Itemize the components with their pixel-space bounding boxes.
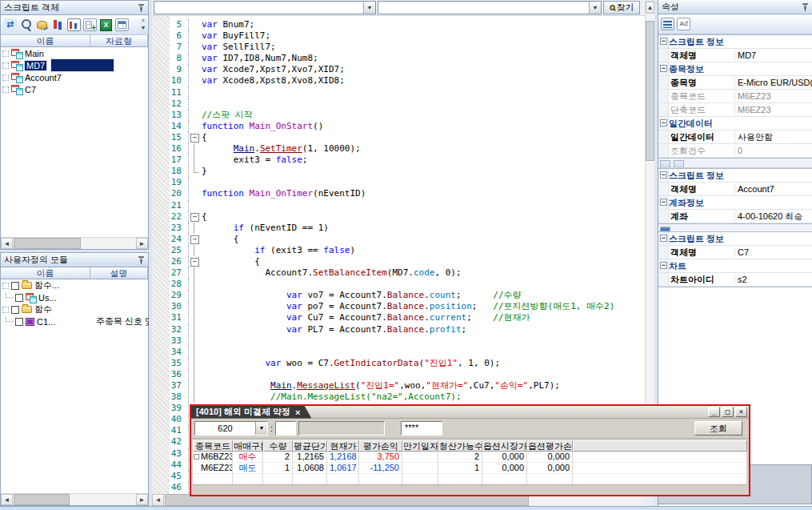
- module-item[interactable]: 함수...: [1, 279, 148, 291]
- expander-icon[interactable]: [2, 50, 9, 57]
- candle-chart-icon[interactable]: [51, 18, 65, 31]
- sort-az-icon[interactable]: [674, 160, 684, 168]
- chart-window-icon[interactable]: [67, 18, 81, 31]
- code-line[interactable]: 24 {: [152, 234, 645, 245]
- horizontal-splitter[interactable]: [0, 250, 149, 252]
- property-category[interactable]: −스크립트 정보: [658, 232, 812, 246]
- collapse-icon[interactable]: −: [660, 235, 667, 242]
- find-combo-1[interactable]: ▼: [154, 1, 376, 14]
- category-list-icon[interactable]: [661, 18, 674, 30]
- checkbox[interactable]: [11, 282, 19, 290]
- pin-icon[interactable]: [802, 2, 809, 12]
- code-line[interactable]: 8var ID7,ID8,Num7,Num8;: [152, 53, 645, 64]
- scroll-right-icon[interactable]: ►: [136, 494, 148, 505]
- collapse-icon[interactable]: −: [660, 199, 667, 206]
- scroll-left-icon[interactable]: ◄: [152, 494, 164, 506]
- collapse-icon[interactable]: −: [660, 171, 667, 179]
- code-line[interactable]: 15{: [152, 132, 645, 143]
- property-value[interactable]: C7: [734, 247, 812, 257]
- fold-marker[interactable]: [189, 132, 202, 143]
- column-header-type[interactable]: 자료형: [90, 35, 148, 47]
- fold-marker[interactable]: [189, 234, 202, 245]
- query-button[interactable]: 조회: [694, 421, 742, 436]
- property-category[interactable]: −종목정보: [658, 62, 812, 76]
- close-tab-icon[interactable]: ×: [295, 408, 300, 417]
- code-line[interactable]: 7var SellFill7;: [152, 42, 645, 53]
- code-line[interactable]: 35 var woo = C7.GetIndicatorData("진입1", …: [152, 358, 645, 369]
- property-category[interactable]: −스크립트 정보: [658, 35, 812, 49]
- column-header[interactable]: 평균단가: [293, 440, 327, 452]
- column-header[interactable]: 옵션평가손익: [527, 440, 573, 452]
- scroll-up-icon[interactable]: ▲: [646, 2, 654, 14]
- vertical-splitter[interactable]: [149, 0, 152, 510]
- scroll-thumb[interactable]: [646, 21, 654, 161]
- toolbar-overflow-icon[interactable]: » ▼: [139, 17, 147, 34]
- column-header-name[interactable]: 이름: [1, 35, 90, 47]
- code-line[interactable]: 27 Account7.SetBalanceItem(MD7.code, 0);: [152, 267, 645, 279]
- collapse-icon[interactable]: −: [660, 65, 667, 72]
- code-line[interactable]: 6var BuyFill7;: [152, 30, 645, 42]
- horizontal-scrollbar[interactable]: ◄ ►: [1, 493, 148, 505]
- property-value[interactable]: E-Micro EUR/USD(: [734, 78, 812, 87]
- property-value[interactable]: 4-00-10620 최승: [734, 211, 812, 223]
- table-row[interactable]: [193, 474, 747, 485]
- minimize-button[interactable]: _: [708, 407, 720, 417]
- code-line[interactable]: 23 if (nEventID == 1): [152, 223, 645, 234]
- code-line[interactable]: 10var Xcode8,Xpst8,Xvo8,XID8;: [152, 75, 645, 86]
- fold-marker[interactable]: [189, 256, 202, 267]
- code-line[interactable]: 5var Bnum7;: [152, 19, 645, 30]
- code-line[interactable]: 21: [152, 200, 645, 211]
- search-icon[interactable]: [19, 18, 33, 31]
- scroll-thumb[interactable]: [14, 238, 81, 249]
- table-row[interactable]: M6EZ23매도11,06081,0617-11,25010,0000,000: [193, 463, 747, 474]
- code-line[interactable]: 36: [152, 369, 645, 380]
- scroll-right-icon[interactable]: ►: [136, 238, 148, 249]
- code-line[interactable]: 9var Xcode7,Xpst7,Xvo7,XID7;: [152, 64, 645, 75]
- property-value[interactable]: 사용안함: [734, 131, 812, 143]
- property-value[interactable]: s2: [734, 275, 812, 284]
- checkbox[interactable]: [11, 306, 19, 314]
- scroll-left-icon[interactable]: ◄: [1, 494, 13, 505]
- column-header[interactable]: 청산가능수량: [438, 440, 482, 452]
- account-combo[interactable]: 620 ▼: [194, 421, 268, 436]
- code-line[interactable]: 19: [152, 177, 645, 188]
- code-line[interactable]: 29 var vo7 = Account7.Balance.count; //수…: [152, 290, 645, 301]
- code-line[interactable]: 31 var Cu7 = Account7.Balance.current; /…: [152, 312, 645, 323]
- window-tab[interactable]: [4010] 해외 미결제 약정 ×: [191, 406, 311, 419]
- expander-icon[interactable]: [2, 62, 9, 69]
- category-list-icon[interactable]: [660, 160, 670, 168]
- window-title-bar[interactable]: [4010] 해외 미결제 약정 × _□×: [191, 406, 749, 419]
- tree-item-c7[interactable]: C7: [1, 83, 148, 95]
- fold-marker[interactable]: [189, 211, 202, 223]
- text-field[interactable]: [275, 421, 296, 436]
- property-category[interactable]: −계좌정보: [658, 196, 812, 210]
- property-value[interactable]: Account7: [734, 184, 812, 194]
- sort-az-icon[interactable]: [677, 18, 690, 30]
- chevron-down-icon[interactable]: ▼: [255, 422, 267, 435]
- excel-icon[interactable]: [99, 18, 113, 31]
- code-line[interactable]: 22{: [152, 211, 645, 223]
- property-category[interactable]: −일간데이터: [658, 117, 812, 131]
- column-header[interactable]: 현재가: [327, 440, 359, 452]
- scroll-thumb[interactable]: [14, 494, 70, 505]
- module-item[interactable]: C1...주종목 신호 및 ...: [1, 315, 148, 327]
- code-line[interactable]: 17 exit3 = false;: [152, 155, 645, 166]
- collapse-icon[interactable]: −: [660, 262, 667, 269]
- column-header[interactable]: 평가손익: [359, 440, 402, 452]
- maximize-button[interactable]: □: [722, 407, 734, 417]
- code-line[interactable]: 32 var PL7 = Account7.Balance.profit;: [152, 324, 645, 335]
- expander-icon[interactable]: [2, 307, 9, 313]
- checkbox[interactable]: [15, 318, 23, 326]
- column-header[interactable]: 수량: [263, 440, 293, 452]
- code-line[interactable]: 33: [152, 335, 645, 347]
- code-line[interactable]: 28: [152, 279, 645, 290]
- scroll-left-icon[interactable]: ◄: [1, 238, 13, 249]
- column-header-name[interactable]: 이름: [1, 267, 90, 279]
- swap-icon[interactable]: [3, 18, 17, 31]
- column-header[interactable]: 매매구분: [233, 440, 263, 452]
- column-header[interactable]: 종목코드: [193, 440, 233, 452]
- code-line[interactable]: 37 Main.MessageList("진입1=",woo,"현재가=",Cu…: [152, 380, 645, 392]
- code-line[interactable]: 13//스팟 시작: [152, 110, 645, 121]
- table-add-icon[interactable]: [83, 18, 97, 31]
- column-header-desc[interactable]: 설명: [90, 267, 148, 279]
